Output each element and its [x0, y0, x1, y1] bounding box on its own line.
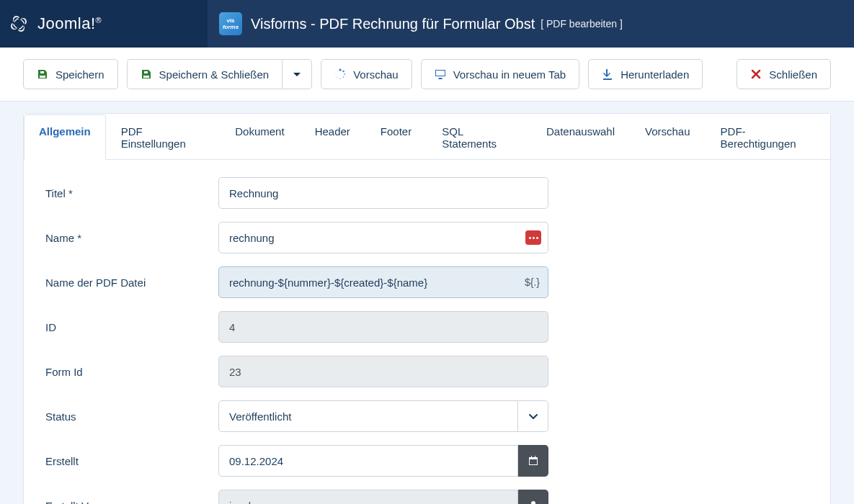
tab-dokument[interactable]: Dokument [220, 114, 299, 160]
label-status: Status [45, 410, 218, 423]
title-bar: visforms Visforms - PDF Rechnung für For… [208, 0, 854, 48]
save-icon [37, 68, 48, 80]
save-close-button[interactable]: Speichern & Schließen [127, 59, 283, 89]
label-pdfname: Name der PDF Datei [45, 276, 218, 289]
row-formid: Form Id [45, 356, 809, 387]
preview-new-tab-button[interactable]: Vorschau in neuem Tab [421, 59, 580, 89]
label-createdby: Erstellt Von [45, 500, 218, 505]
toolbar: Speichern Speichern & Schließen Vorschau… [0, 48, 854, 102]
header: Joomla!® visforms Visforms - PDF Rechnun… [0, 0, 854, 48]
input-name[interactable] [218, 222, 548, 253]
label-formid: Form Id [45, 366, 218, 378]
tab-vorschau[interactable]: Vorschau [630, 114, 706, 160]
calendar-icon [528, 455, 539, 467]
page-subtitle: [ PDF bearbeiten ] [541, 18, 623, 30]
page-title: Visforms - PDF Rechnung für Formular Obs… [251, 16, 535, 32]
monitor-icon [435, 68, 446, 80]
joomla-logo[interactable]: Joomla!® [7, 12, 102, 35]
preview-button[interactable]: Vorschau [321, 59, 412, 89]
svg-point-3 [343, 76, 344, 78]
input-formid [218, 356, 548, 387]
panel: Allgemein PDF Einstellungen Dokument Hea… [23, 113, 831, 504]
status-dropdown-button[interactable] [518, 400, 548, 432]
calendar-button[interactable] [518, 445, 548, 477]
tab-pdf-einstellungen[interactable]: PDF Einstellungen [106, 114, 221, 160]
row-createdby: Erstellt Von [45, 490, 809, 504]
user-icon [528, 500, 539, 504]
svg-point-0 [339, 69, 342, 71]
download-button[interactable]: Herunterladen [588, 59, 703, 89]
select-status[interactable] [218, 400, 518, 432]
tabs: Allgemein PDF Einstellungen Dokument Hea… [24, 114, 830, 160]
svg-point-6 [335, 73, 336, 74]
input-pdfname[interactable] [218, 266, 548, 298]
svg-point-5 [337, 76, 338, 78]
tab-berechtigungen[interactable]: PDF-Berechtigungen [706, 114, 830, 160]
chevron-down-icon [291, 68, 303, 80]
input-createdby[interactable] [218, 490, 518, 504]
tab-datenauswahl[interactable]: Datenauswahl [531, 114, 630, 160]
row-pdfname: Name der PDF Datei ${.} [45, 266, 809, 298]
input-id [218, 311, 548, 343]
tab-sql[interactable]: SQL Statements [427, 114, 531, 160]
close-icon [750, 68, 762, 80]
svg-point-7 [337, 71, 337, 71]
label-id: ID [45, 321, 218, 333]
chevron-down-icon [528, 410, 539, 422]
joomla-icon [7, 12, 30, 35]
close-button[interactable]: Schließen [737, 59, 831, 89]
svg-point-8 [531, 501, 535, 504]
save-close-group: Speichern & Schließen [127, 59, 313, 89]
tab-header[interactable]: Header [300, 114, 365, 160]
app-icon: visforms [219, 12, 242, 35]
template-hint: ${.} [525, 276, 540, 288]
row-name: Name * [45, 222, 809, 253]
spinner-icon [334, 68, 346, 80]
svg-point-4 [339, 78, 341, 79]
label-name: Name * [45, 232, 218, 244]
row-id: ID [45, 311, 809, 343]
logo-area: Joomla!® [0, 0, 208, 48]
tab-allgemein[interactable]: Allgemein [24, 114, 106, 160]
input-titel[interactable] [218, 177, 548, 209]
content-area: Allgemein PDF Einstellungen Dokument Hea… [0, 102, 854, 504]
svg-point-1 [342, 71, 344, 73]
save-dropdown-button[interactable] [282, 59, 312, 89]
brand-text: Joomla!® [37, 14, 102, 33]
download-icon [602, 68, 613, 80]
form-body: Titel * Name * Name der PDF Datei ${.} [24, 160, 830, 504]
row-titel: Titel * [45, 177, 809, 209]
label-created: Erstellt [45, 455, 218, 467]
name-options-icon[interactable] [525, 230, 541, 245]
svg-point-2 [344, 73, 345, 75]
save-icon [141, 68, 152, 80]
save-button[interactable]: Speichern [23, 59, 118, 89]
tab-footer[interactable]: Footer [365, 114, 427, 160]
user-picker-button[interactable] [518, 490, 548, 504]
input-created[interactable] [218, 445, 518, 477]
row-status: Status [45, 400, 809, 432]
row-created: Erstellt [45, 445, 809, 477]
label-titel: Titel * [45, 187, 218, 199]
